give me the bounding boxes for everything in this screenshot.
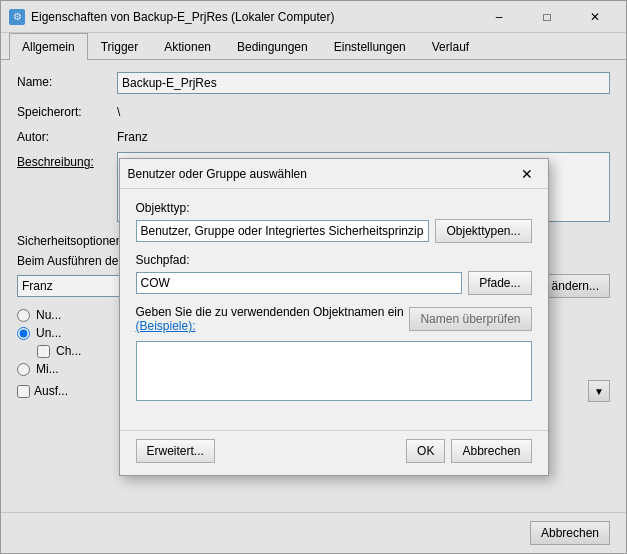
eingabe-label: Geben Sie die zu verwendenden Objektname… (136, 305, 404, 319)
objekttypen-button[interactable]: Objekttypen... (435, 219, 531, 243)
dialog-overlay: Benutzer oder Gruppe auswählen ✕ Objektt… (1, 1, 626, 553)
objektnamen-textarea[interactable] (136, 341, 532, 401)
objekttyp-input[interactable] (136, 220, 430, 242)
erweitert-button[interactable]: Erweitert... (136, 439, 215, 463)
dialog-cancel-button[interactable]: Abbrechen (451, 439, 531, 463)
main-window: ⚙ Eigenschaften von Backup-E_PrjRes (Lok… (0, 0, 627, 554)
eingabe-section: Geben Sie die zu verwendenden Objektname… (136, 305, 532, 404)
dialog-title: Benutzer oder Gruppe auswählen (128, 167, 514, 181)
dialog-close-button[interactable]: ✕ (514, 161, 540, 187)
eingabe-header: Geben Sie die zu verwendenden Objektname… (136, 305, 532, 333)
objekttyp-label: Objekttyp: (136, 201, 532, 215)
suchpfad-row: Pfade... (136, 271, 532, 295)
suchpfad-label: Suchpfad: (136, 253, 532, 267)
dialog-footer: Erweitert... OK Abbrechen (120, 430, 548, 475)
eingabe-header-text: Geben Sie die zu verwendenden Objektname… (136, 305, 410, 333)
suchpfad-input[interactable] (136, 272, 463, 294)
dialog-ok-button[interactable]: OK (406, 439, 445, 463)
namen-prufen-button[interactable]: Namen überprüfen (409, 307, 531, 331)
dialog-content: Objekttyp: Objekttypen... Suchpfad: Pfad… (120, 189, 548, 426)
objekttyp-row: Objekttypen... (136, 219, 532, 243)
beispiele-link[interactable]: (Beispiele): (136, 319, 196, 333)
dialog: Benutzer oder Gruppe auswählen ✕ Objektt… (119, 158, 549, 476)
pfade-button[interactable]: Pfade... (468, 271, 531, 295)
dialog-footer-right: OK Abbrechen (406, 439, 531, 463)
dialog-titlebar: Benutzer oder Gruppe auswählen ✕ (120, 159, 548, 189)
